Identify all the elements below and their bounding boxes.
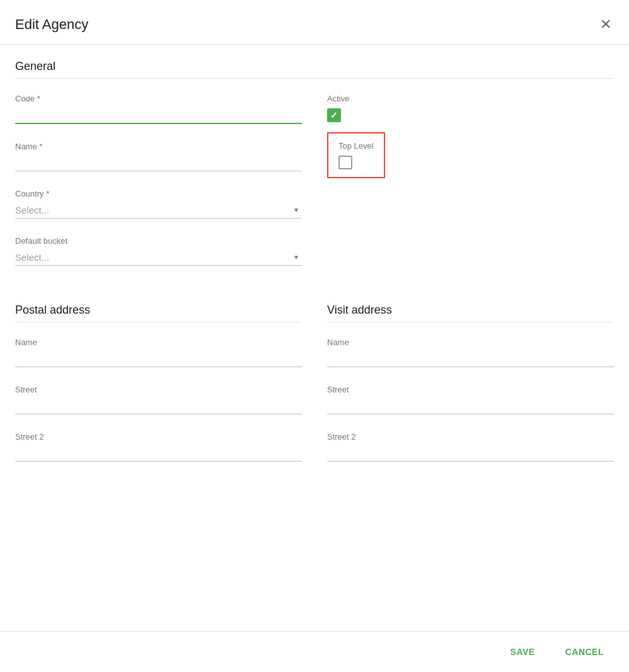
postal-name-field-group: Name [15,338,302,367]
general-divider [15,78,614,79]
top-level-label: Top Level [338,141,374,151]
postal-street-label: Street [15,385,302,394]
dialog-footer: SAVE CANCEL [0,631,629,672]
postal-street2-label: Street 2 [15,432,302,441]
name-input[interactable] [15,154,302,171]
code-label: Code * [15,94,302,103]
postal-street-field-group: Street [15,385,302,414]
close-button[interactable]: ✕ [597,15,614,34]
top-level-checkbox[interactable] [338,156,352,169]
postal-street-input[interactable] [15,397,302,414]
country-field-group: Country * Select... [15,189,302,219]
edit-agency-dialog: Edit Agency ✕ General Code * Na [0,0,629,672]
general-form-grid: Code * Name * Country * Select... [15,94,614,283]
visit-name-label: Name [327,338,614,347]
general-section-title: General [15,60,614,73]
country-select[interactable]: Select... [15,201,302,219]
visit-street2-input[interactable] [327,444,614,462]
country-select-wrapper: Select... [15,201,302,219]
visit-address-section: Visit address Name Street Street 2 [327,304,614,479]
close-icon: ✕ [600,18,611,31]
address-sections: Postal address Name Street Street 2 Visi… [15,304,614,479]
top-level-box: Top Level [327,132,385,178]
general-section: General Code * Name * [15,60,614,283]
active-field-group: Active [327,94,614,122]
visit-street-field-group: Street [327,385,614,414]
cancel-button[interactable]: CANCEL [555,642,614,662]
visit-street-label: Street [327,385,614,394]
postal-street2-field-group: Street 2 [15,432,302,462]
general-left-column: Code * Name * Country * Select... [15,94,302,283]
postal-address-divider [15,322,302,322]
default-bucket-field-group: Default bucket Select... [15,236,302,266]
visit-street2-field-group: Street 2 [327,432,614,462]
default-bucket-select-wrapper: Select... [15,248,302,266]
visit-address-title: Visit address [327,304,614,317]
country-label: Country * [15,189,302,198]
save-button[interactable]: SAVE [500,642,545,662]
postal-name-label: Name [15,338,302,347]
active-checkbox[interactable] [327,108,341,122]
postal-address-section: Postal address Name Street Street 2 [15,304,302,479]
dialog-title: Edit Agency [15,16,88,33]
visit-name-field-group: Name [327,338,614,367]
postal-address-title: Postal address [15,304,302,317]
visit-address-divider [327,322,614,322]
dialog-header: Edit Agency ✕ [0,0,629,45]
visit-street-input[interactable] [327,397,614,414]
default-bucket-label: Default bucket [15,236,302,246]
visit-name-input[interactable] [327,350,614,367]
postal-street2-input[interactable] [15,444,302,462]
dialog-body: General Code * Name * [0,45,629,631]
name-field-group: Name * [15,142,302,171]
default-bucket-select[interactable]: Select... [15,248,302,266]
name-label: Name * [15,142,302,151]
active-label: Active [327,94,614,103]
code-field-group: Code * [15,94,302,124]
postal-name-input[interactable] [15,350,302,367]
general-right-column: Active Top Level [327,94,614,283]
code-input[interactable] [15,106,302,124]
visit-street2-label: Street 2 [327,432,614,441]
